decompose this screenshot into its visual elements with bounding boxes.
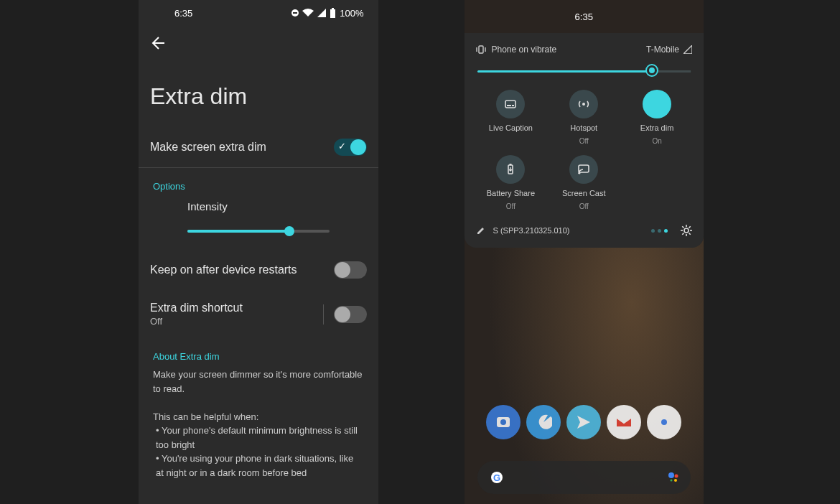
keep-on-toggle[interactable] bbox=[334, 261, 367, 279]
cast-icon bbox=[569, 155, 598, 184]
qs-tile-battery-share[interactable]: Battery Share Off bbox=[475, 155, 546, 210]
back-row bbox=[139, 26, 378, 60]
carrier-label: T-Mobile bbox=[646, 45, 679, 55]
svg-point-10 bbox=[582, 103, 585, 106]
edit-icon[interactable] bbox=[476, 225, 486, 235]
dock-app-0[interactable] bbox=[486, 405, 521, 439]
page-title: Extra dim bbox=[139, 60, 378, 127]
back-arrow-icon[interactable] bbox=[150, 36, 367, 50]
svg-rect-8 bbox=[507, 105, 511, 106]
settings-gear-icon[interactable] bbox=[681, 225, 692, 236]
svg-line-20 bbox=[682, 226, 683, 228]
assistant-icon[interactable] bbox=[668, 472, 679, 483]
dock-app-1[interactable] bbox=[526, 405, 561, 439]
qs-footer: S (SPP3.210325.010) bbox=[475, 218, 694, 236]
qs-tile-live-caption[interactable]: Live Caption bbox=[475, 90, 546, 145]
dnd-icon bbox=[291, 9, 299, 17]
qs-tile-state: Off bbox=[506, 202, 515, 210]
batshare-icon bbox=[496, 155, 525, 184]
intensity-slider[interactable] bbox=[187, 230, 330, 233]
about-bullet: Your phone's default minimum brightness … bbox=[153, 424, 364, 452]
shortcut-sublabel: Off bbox=[150, 316, 323, 327]
qs-tile-label: Hotspot bbox=[570, 123, 597, 132]
home-dock bbox=[465, 405, 704, 439]
svg-rect-7 bbox=[505, 101, 515, 108]
qs-tile-label: Battery Share bbox=[487, 189, 535, 197]
dim-icon bbox=[643, 90, 671, 118]
about-bullets: Your phone's default minimum brightness … bbox=[153, 424, 364, 480]
vibrate-label: Phone on vibrate bbox=[492, 45, 557, 55]
battery-pct: 100% bbox=[340, 8, 363, 19]
about-lead: This can be helpful when: bbox=[153, 410, 364, 424]
qs-tile-label: Extra dim bbox=[640, 123, 673, 132]
dock-app-2[interactable] bbox=[566, 405, 601, 439]
qs-tile-state: On bbox=[652, 137, 661, 145]
svg-point-32 bbox=[674, 479, 677, 482]
svg-rect-4 bbox=[479, 46, 483, 53]
svg-rect-9 bbox=[512, 105, 514, 106]
extra-dim-toggle-row[interactable]: Make screen extra dim bbox=[139, 127, 378, 167]
svg-point-15 bbox=[684, 228, 689, 233]
qs-tile-hotspot[interactable]: Hotspot Off bbox=[548, 90, 620, 145]
extra-dim-toggle[interactable] bbox=[334, 139, 367, 156]
intensity-label: Intensity bbox=[153, 197, 364, 220]
svg-point-31 bbox=[675, 475, 678, 478]
google-g-icon: G bbox=[489, 470, 505, 485]
svg-rect-12 bbox=[510, 164, 512, 165]
vibrate-icon bbox=[476, 45, 486, 55]
row-separator bbox=[323, 304, 324, 325]
qs-tile-label: Live Caption bbox=[489, 123, 533, 132]
qs-tile-state: Off bbox=[579, 137, 589, 145]
caption-icon bbox=[496, 90, 525, 118]
svg-line-23 bbox=[689, 226, 691, 228]
status-icons: 100% bbox=[291, 8, 363, 19]
build-label: S (SPP3.210325.010) bbox=[493, 226, 570, 235]
shortcut-row[interactable]: Extra dim shortcut Off bbox=[139, 290, 378, 338]
svg-point-14 bbox=[579, 172, 581, 174]
qs-tile-screen-cast[interactable]: Screen Cast Off bbox=[548, 155, 620, 210]
signal-icon bbox=[683, 45, 692, 54]
qs-phone-frame: 6:35 Phone on vibrate T-Mobile Live Capt… bbox=[465, 0, 704, 504]
qs-tile-grid: Live Caption Hotspot Off Extra dim On Ba… bbox=[475, 87, 694, 218]
extra-dim-toggle-label: Make screen extra dim bbox=[150, 141, 334, 154]
battery-icon bbox=[330, 8, 336, 18]
svg-line-22 bbox=[682, 233, 683, 235]
options-header: Options bbox=[139, 168, 378, 197]
intensity-block: Intensity bbox=[139, 197, 378, 250]
svg-rect-3 bbox=[332, 8, 334, 9]
svg-point-27 bbox=[661, 419, 667, 425]
qs-tile-extra-dim[interactable]: Extra dim On bbox=[621, 90, 693, 145]
svg-point-33 bbox=[671, 480, 673, 482]
svg-point-30 bbox=[668, 472, 674, 478]
svg-text:G: G bbox=[493, 472, 500, 483]
about-bullet: You're using your phone in dark situatio… bbox=[153, 452, 364, 480]
shortcut-label-wrap: Extra dim shortcut Off bbox=[150, 302, 323, 327]
qs-header: Phone on vibrate T-Mobile bbox=[475, 42, 694, 66]
about-header: About Extra dim bbox=[139, 338, 378, 368]
signal-icon bbox=[317, 9, 326, 17]
keep-on-row[interactable]: Keep on after device restarts bbox=[139, 250, 378, 290]
brightness-thumb-icon bbox=[645, 64, 658, 77]
hotspot-icon bbox=[569, 90, 598, 118]
status-time: 6:35 bbox=[575, 11, 593, 22]
qs-tile-state: Off bbox=[579, 202, 589, 210]
shortcut-toggle[interactable] bbox=[334, 306, 367, 323]
statusbar: 6:35 100% bbox=[139, 0, 378, 26]
about-line1: Make your screen dimmer so it's more com… bbox=[153, 368, 364, 396]
dock-app-3[interactable] bbox=[607, 405, 641, 439]
brightness-slider[interactable] bbox=[477, 70, 691, 73]
svg-rect-2 bbox=[330, 9, 335, 18]
page-indicator[interactable] bbox=[651, 229, 668, 233]
dock-app-4[interactable] bbox=[647, 405, 681, 439]
settings-phone-frame: 6:35 100% Extra dim Make screen extra di… bbox=[139, 0, 378, 504]
about-text: Make your screen dimmer so it's more com… bbox=[139, 368, 378, 490]
search-bar[interactable]: G bbox=[477, 461, 691, 494]
quick-settings-panel: Phone on vibrate T-Mobile Live Caption H… bbox=[465, 33, 704, 248]
shortcut-label: Extra dim shortcut bbox=[150, 302, 323, 314]
keep-on-label: Keep on after device restarts bbox=[150, 263, 334, 276]
svg-rect-1 bbox=[293, 12, 297, 14]
wifi-icon bbox=[302, 9, 314, 17]
statusbar: 6:35 bbox=[465, 0, 704, 33]
svg-line-21 bbox=[689, 233, 691, 235]
svg-point-25 bbox=[500, 419, 506, 425]
